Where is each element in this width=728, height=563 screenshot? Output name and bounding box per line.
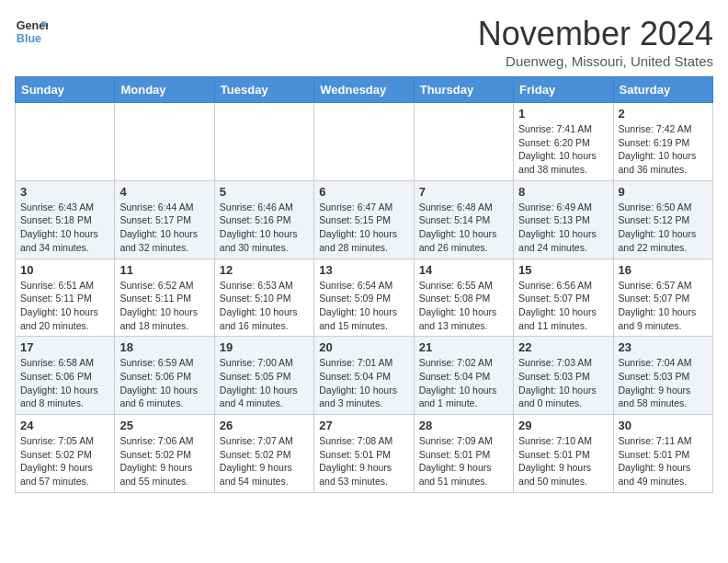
day-info: Sunrise: 6:50 AM Sunset: 5:12 PM Dayligh… <box>619 201 708 255</box>
day-number: 4 <box>119 185 209 199</box>
calendar-cell: 21Sunrise: 7:02 AM Sunset: 5:04 PM Dayli… <box>414 337 513 415</box>
day-number: 7 <box>419 185 508 199</box>
calendar-cell: 24Sunrise: 7:05 AM Sunset: 5:02 PM Dayli… <box>16 415 115 493</box>
calendar-cell: 7Sunrise: 6:48 AM Sunset: 5:14 PM Daylig… <box>414 180 513 259</box>
day-info: Sunrise: 7:01 AM Sunset: 5:04 PM Dayligh… <box>319 356 408 410</box>
day-number: 10 <box>20 263 109 277</box>
weekday-header: Sunday <box>16 77 115 103</box>
day-info: Sunrise: 7:41 AM Sunset: 6:20 PM Dayligh… <box>518 122 608 177</box>
svg-text:Blue: Blue <box>17 32 41 45</box>
day-number: 9 <box>619 185 708 199</box>
calendar-cell: 2Sunrise: 7:42 AM Sunset: 6:19 PM Daylig… <box>613 103 712 181</box>
calendar-cell: 23Sunrise: 7:04 AM Sunset: 5:03 PM Dayli… <box>613 337 712 415</box>
day-info: Sunrise: 6:49 AM Sunset: 5:13 PM Dayligh… <box>518 201 608 255</box>
day-number: 2 <box>619 107 708 121</box>
day-number: 28 <box>419 419 508 432</box>
day-number: 16 <box>619 263 708 277</box>
day-info: Sunrise: 7:10 AM Sunset: 5:01 PM Dayligh… <box>518 434 608 488</box>
day-info: Sunrise: 6:48 AM Sunset: 5:14 PM Dayligh… <box>419 201 508 255</box>
day-number: 18 <box>119 340 209 354</box>
location-title: Duenweg, Missouri, United States <box>478 53 713 69</box>
calendar-cell: 4Sunrise: 6:44 AM Sunset: 5:17 PM Daylig… <box>115 180 214 259</box>
weekday-header: Wednesday <box>314 77 414 103</box>
calendar-cell: 16Sunrise: 6:57 AM Sunset: 5:07 PM Dayli… <box>613 259 712 337</box>
calendar-cell: 5Sunrise: 6:46 AM Sunset: 5:16 PM Daylig… <box>214 180 313 259</box>
calendar-cell: 19Sunrise: 7:00 AM Sunset: 5:05 PM Dayli… <box>214 337 313 415</box>
title-area: November 2024 Duenweg, Missouri, United … <box>478 15 713 69</box>
weekday-header: Thursday <box>414 77 513 103</box>
day-info: Sunrise: 6:58 AM Sunset: 5:06 PM Dayligh… <box>20 356 109 410</box>
day-number: 6 <box>319 185 408 199</box>
day-info: Sunrise: 7:06 AM Sunset: 5:02 PM Dayligh… <box>119 434 209 488</box>
calendar-table: SundayMondayTuesdayWednesdayThursdayFrid… <box>15 76 713 493</box>
day-info: Sunrise: 7:09 AM Sunset: 5:01 PM Dayligh… <box>419 434 508 488</box>
calendar-cell: 20Sunrise: 7:01 AM Sunset: 5:04 PM Dayli… <box>314 337 414 415</box>
calendar-cell: 18Sunrise: 6:59 AM Sunset: 5:06 PM Dayli… <box>115 337 214 415</box>
day-number: 24 <box>20 419 109 432</box>
day-number: 12 <box>220 263 309 277</box>
day-number: 25 <box>119 419 209 432</box>
day-info: Sunrise: 7:00 AM Sunset: 5:05 PM Dayligh… <box>220 356 309 410</box>
day-info: Sunrise: 6:54 AM Sunset: 5:09 PM Dayligh… <box>319 279 408 333</box>
day-number: 27 <box>319 419 408 432</box>
day-number: 14 <box>419 263 508 277</box>
calendar-cell: 26Sunrise: 7:07 AM Sunset: 5:02 PM Dayli… <box>214 415 313 493</box>
day-info: Sunrise: 7:04 AM Sunset: 5:03 PM Dayligh… <box>619 356 708 410</box>
calendar-cell <box>314 103 414 181</box>
weekday-header: Monday <box>115 77 214 103</box>
calendar-cell: 3Sunrise: 6:43 AM Sunset: 5:18 PM Daylig… <box>16 180 115 259</box>
page-header: General Blue November 2024 Duenweg, Miss… <box>15 15 713 69</box>
day-info: Sunrise: 6:47 AM Sunset: 5:15 PM Dayligh… <box>319 201 408 255</box>
day-info: Sunrise: 6:55 AM Sunset: 5:08 PM Dayligh… <box>419 279 508 333</box>
calendar-cell <box>115 103 214 181</box>
day-number: 15 <box>518 263 608 277</box>
calendar-week-row: 10Sunrise: 6:51 AM Sunset: 5:11 PM Dayli… <box>16 259 713 337</box>
weekday-header: Friday <box>514 77 613 103</box>
day-info: Sunrise: 7:03 AM Sunset: 5:03 PM Dayligh… <box>518 356 608 410</box>
calendar-cell: 9Sunrise: 6:50 AM Sunset: 5:12 PM Daylig… <box>613 180 712 259</box>
day-number: 13 <box>319 263 408 277</box>
day-info: Sunrise: 6:53 AM Sunset: 5:10 PM Dayligh… <box>220 279 309 333</box>
calendar-cell: 30Sunrise: 7:11 AM Sunset: 5:01 PM Dayli… <box>613 415 712 493</box>
calendar-cell: 28Sunrise: 7:09 AM Sunset: 5:01 PM Dayli… <box>414 415 513 493</box>
calendar-cell: 6Sunrise: 6:47 AM Sunset: 5:15 PM Daylig… <box>314 180 414 259</box>
day-info: Sunrise: 7:11 AM Sunset: 5:01 PM Dayligh… <box>619 434 708 488</box>
day-info: Sunrise: 7:08 AM Sunset: 5:01 PM Dayligh… <box>319 434 408 488</box>
day-number: 20 <box>319 340 408 354</box>
day-info: Sunrise: 6:59 AM Sunset: 5:06 PM Dayligh… <box>119 356 209 410</box>
day-info: Sunrise: 7:05 AM Sunset: 5:02 PM Dayligh… <box>20 434 109 488</box>
calendar-cell: 15Sunrise: 6:56 AM Sunset: 5:07 PM Dayli… <box>514 259 613 337</box>
calendar-week-row: 3Sunrise: 6:43 AM Sunset: 5:18 PM Daylig… <box>16 180 713 259</box>
day-number: 30 <box>619 419 708 432</box>
calendar-cell: 12Sunrise: 6:53 AM Sunset: 5:10 PM Dayli… <box>214 259 313 337</box>
calendar-cell: 8Sunrise: 6:49 AM Sunset: 5:13 PM Daylig… <box>514 180 613 259</box>
calendar-cell: 10Sunrise: 6:51 AM Sunset: 5:11 PM Dayli… <box>16 259 115 337</box>
month-title: November 2024 <box>478 15 713 53</box>
day-number: 19 <box>220 340 309 354</box>
day-number: 17 <box>20 340 109 354</box>
calendar-week-row: 1Sunrise: 7:41 AM Sunset: 6:20 PM Daylig… <box>16 103 713 181</box>
calendar-cell: 1Sunrise: 7:41 AM Sunset: 6:20 PM Daylig… <box>514 103 613 181</box>
day-number: 23 <box>619 340 708 354</box>
calendar-cell <box>214 103 313 181</box>
day-info: Sunrise: 7:07 AM Sunset: 5:02 PM Dayligh… <box>220 434 309 488</box>
calendar-cell: 13Sunrise: 6:54 AM Sunset: 5:09 PM Dayli… <box>314 259 414 337</box>
calendar-week-row: 24Sunrise: 7:05 AM Sunset: 5:02 PM Dayli… <box>16 415 713 493</box>
day-number: 29 <box>518 419 608 432</box>
day-info: Sunrise: 6:51 AM Sunset: 5:11 PM Dayligh… <box>20 279 109 333</box>
calendar-cell: 25Sunrise: 7:06 AM Sunset: 5:02 PM Dayli… <box>115 415 214 493</box>
logo-icon: General Blue <box>15 15 48 48</box>
day-number: 26 <box>220 419 309 432</box>
weekday-header-row: SundayMondayTuesdayWednesdayThursdayFrid… <box>16 77 713 103</box>
day-number: 11 <box>119 263 209 277</box>
day-number: 5 <box>220 185 309 199</box>
day-info: Sunrise: 6:43 AM Sunset: 5:18 PM Dayligh… <box>20 201 109 255</box>
day-number: 21 <box>419 340 508 354</box>
calendar-cell: 27Sunrise: 7:08 AM Sunset: 5:01 PM Dayli… <box>314 415 414 493</box>
calendar-cell: 14Sunrise: 6:55 AM Sunset: 5:08 PM Dayli… <box>414 259 513 337</box>
day-number: 3 <box>20 185 109 199</box>
day-info: Sunrise: 6:57 AM Sunset: 5:07 PM Dayligh… <box>619 279 708 333</box>
weekday-header: Tuesday <box>214 77 313 103</box>
calendar-cell: 17Sunrise: 6:58 AM Sunset: 5:06 PM Dayli… <box>16 337 115 415</box>
day-number: 22 <box>518 340 608 354</box>
